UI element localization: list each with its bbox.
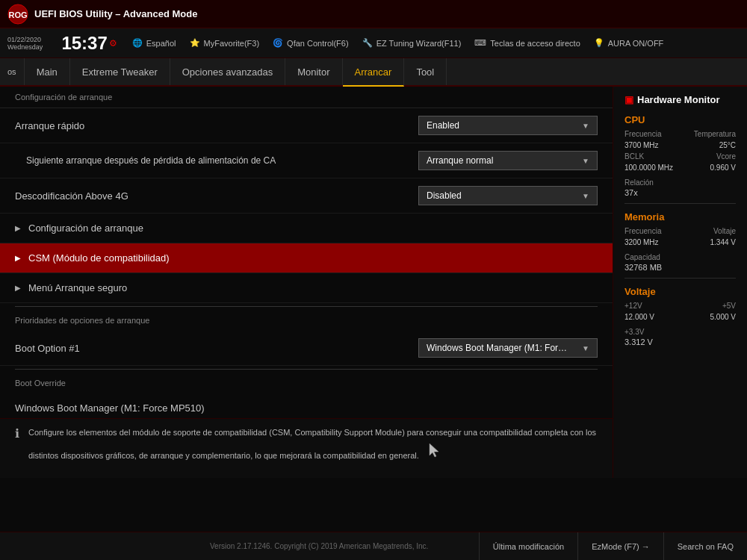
expand-arrow-csm-icon: ▶: [15, 254, 21, 262]
setting-row-boot-override-item[interactable]: Windows Boot Manager (M1: Force MP510): [0, 393, 613, 418]
separator-2: [15, 369, 598, 370]
dropdown-arrow-icon-3: ▼: [582, 192, 589, 200]
nav-item-extreme-tweaker[interactable]: Extreme Tweaker: [70, 58, 170, 85]
nav-item-monitor[interactable]: Monitor: [285, 58, 342, 85]
hw-12v-label: +12V: [624, 302, 642, 310]
hw-memoria-title: Memoria: [624, 211, 736, 223]
siguiente-arranque-label: Siguiente arranque después de pérdida de…: [15, 155, 418, 166]
nav-bar: os Main Extreme Tweaker Opciones avanzad…: [0, 58, 747, 87]
expandable-menu-seguro[interactable]: ▶ Menú Arranque seguro: [0, 273, 613, 303]
hw-volt-row1-labels: +12V +5V: [624, 302, 736, 310]
hw-cpu-freq-label: Frecuencia: [624, 130, 661, 138]
hw-relacion-row: Relación 37x: [624, 175, 736, 197]
clock-time: 15:37: [61, 33, 107, 54]
scroll-area[interactable]: Configuración de arranque Arranque rápid…: [0, 87, 613, 418]
hw-cpu-bclk-val-row: 100.0000 MHz 0.960 V: [624, 164, 736, 172]
hw-cpu-temp-label: Temperatura: [694, 130, 736, 138]
hw-mem-volt-value: 1.344 V: [710, 238, 736, 246]
hw-voltaje-title: Voltaje: [624, 286, 736, 297]
nav-item-arrancar[interactable]: Arrancar: [343, 58, 405, 87]
arranque-rapido-dropdown[interactable]: Enabled ▼: [418, 116, 598, 135]
toolbar-hotkeys[interactable]: ⌨ Teclas de acceso directo: [474, 38, 580, 48]
svg-marker-2: [430, 444, 438, 457]
footer-search-faq[interactable]: Search on FAQ: [663, 532, 747, 561]
setting-row-boot-option: Boot Option #1 Windows Boot Manager (M1:…: [0, 331, 613, 366]
above4g-dropdown[interactable]: Disabled ▼: [418, 186, 598, 205]
hw-cpu-title: CPU: [624, 114, 736, 125]
bios-title: UEFI BIOS Utility – Advanced Mode: [34, 8, 197, 19]
arranque-rapido-label: Arranque rápido: [15, 120, 418, 131]
qfan-icon: 🌀: [273, 38, 283, 48]
date-time: 01/22/2020 Wednesday: [7, 36, 43, 51]
hw-bclk-label: BCLK: [624, 152, 644, 161]
hw-volt-33-row: +3.3V 3.312 V: [624, 324, 736, 346]
favorite-icon: ⭐: [190, 38, 200, 48]
settings-gear-icon[interactable]: ⚙: [109, 38, 117, 49]
date-line2: Wednesday: [7, 43, 43, 51]
toolbar-ez-tuning[interactable]: 🔧 EZ Tuning Wizard(F11): [362, 38, 462, 48]
expandable-config-arranque[interactable]: ▶ Configuración de arranque: [0, 214, 613, 243]
above4g-label: Descodificación Above 4G: [15, 190, 418, 202]
footer-last-modified[interactable]: Última modificación: [479, 532, 577, 561]
hw-33v-label: +3.3V: [624, 328, 644, 336]
dropdown-arrow-icon: ▼: [582, 122, 589, 130]
toolbar-language[interactable]: 🌐 Español: [132, 38, 176, 48]
keyboard-icon: ⌨: [474, 38, 486, 48]
hw-relacion-label: Relación: [624, 178, 654, 187]
expandable-csm[interactable]: ▶ CSM (Módulo de compatibilidad): [0, 243, 613, 273]
left-content-area: Configuración de arranque Arranque rápid…: [0, 87, 613, 478]
info-icon: ℹ: [15, 426, 19, 441]
expand-arrow-seguro-icon: ▶: [15, 284, 21, 292]
info-text-area: Configure los elementos del módulo de so…: [28, 425, 598, 461]
hw-vcore-label: Vcore: [716, 152, 736, 161]
hw-relacion-value: 37x: [624, 188, 736, 197]
footer-bar: Version 2.17.1246. Copyright (C) 2019 Am…: [0, 532, 747, 560]
info-text: Configure los elementos del módulo de so…: [28, 428, 596, 460]
nav-item-tool[interactable]: Tool: [404, 58, 447, 85]
hw-mem-volt-label: Voltaje: [713, 227, 736, 235]
cursor-icon: [428, 442, 441, 461]
nav-item-main[interactable]: Main: [25, 58, 70, 85]
hw-cpu-freq-row: Frecuencia Temperatura: [624, 130, 736, 138]
hw-bclk-value: 100.0000 MHz: [624, 164, 673, 172]
hw-mem-cap-row: Capacidad 32768 MB: [624, 249, 736, 272]
hw-cpu-bclk-row: BCLK Vcore: [624, 152, 736, 161]
hw-cpu-freq-value: 3700 MHz: [624, 141, 659, 149]
boot-option-label: Boot Option #1: [15, 343, 418, 354]
nav-item-os[interactable]: os: [0, 58, 25, 85]
nav-item-opciones-avanzadas[interactable]: Opciones avanzadas: [170, 58, 285, 85]
footer-right: Última modificación EzMode (F7) → Search…: [479, 532, 747, 561]
toolbar-aura[interactable]: 💡 AURA ON/OFF: [594, 38, 664, 48]
clock-bar: 01/22/2020 Wednesday 15:37 ⚙ 🌐 Español ⭐…: [0, 28, 747, 58]
bottom-info: ℹ Configure los elementos del módulo de …: [0, 418, 613, 478]
hw-mem-row1-labels: Frecuencia Voltaje: [624, 227, 736, 235]
toolbar-qfan[interactable]: 🌀 Qfan Control(F6): [273, 38, 349, 48]
toolbar-myfavorite[interactable]: ⭐ MyFavorite(F3): [190, 38, 260, 48]
boot-override-item-label: Windows Boot Manager (M1: Force MP510): [15, 402, 598, 414]
toolbar-items: 🌐 Español ⭐ MyFavorite(F3) 🌀 Qfan Contro…: [132, 38, 740, 48]
date-line1: 01/22/2020: [7, 36, 43, 43]
setting-row-above4g: Descodificación Above 4G Disabled ▼: [0, 178, 613, 214]
expand-arrow-icon: ▶: [15, 224, 21, 232]
hw-12v-value: 12.000 V: [624, 313, 654, 321]
tune-icon: 🔧: [362, 38, 373, 48]
hw-mem-cap-value: 32768 MB: [624, 263, 736, 272]
svg-text:ROG: ROG: [8, 10, 27, 19]
right-panel: ▣ Hardware Monitor CPU Frecuencia Temper…: [613, 87, 747, 478]
section-header-config: Configuración de arranque: [0, 87, 613, 108]
hw-5v-value: 5.000 V: [710, 313, 736, 321]
footer-copyright: Version 2.17.1246. Copyright (C) 2019 Am…: [160, 542, 479, 550]
hw-mem-row1-values: 3200 MHz 1.344 V: [624, 238, 736, 246]
aura-icon: 💡: [594, 38, 604, 48]
hw-mem-freq-label: Frecuencia: [624, 227, 661, 235]
top-bar: ROG UEFI BIOS Utility – Advanced Mode: [0, 0, 747, 28]
siguiente-arranque-dropdown[interactable]: Arranque normal ▼: [418, 151, 598, 170]
hw-divider-1: [624, 203, 736, 204]
hw-cpu-temp-value: 25°C: [719, 141, 736, 149]
monitor-panel-icon: ▣: [624, 94, 633, 105]
boot-option-dropdown[interactable]: Windows Boot Manager (M1: For… ▼: [418, 338, 598, 358]
logo-area: ROG UEFI BIOS Utility – Advanced Mode: [7, 4, 197, 25]
setting-row-siguiente-arranque: Siguiente arranque después de pérdida de…: [0, 143, 613, 178]
sub-section-prioridades: Prioridades de opciones de arranque: [0, 310, 613, 331]
footer-ez-mode[interactable]: EzMode (F7) →: [577, 532, 663, 561]
